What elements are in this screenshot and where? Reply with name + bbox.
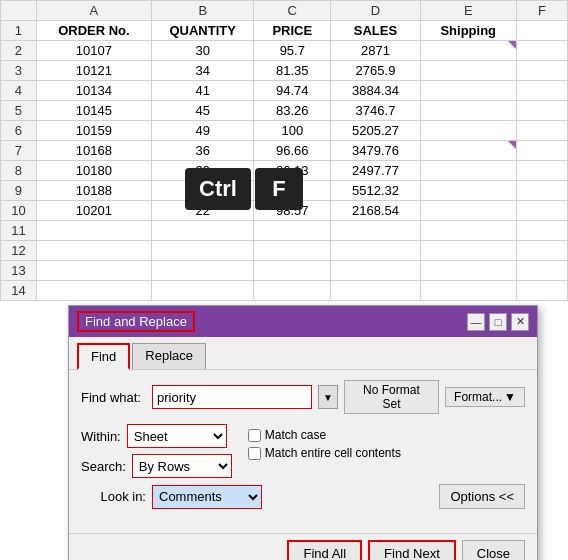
col-header-c[interactable]: C — [254, 1, 331, 21]
cell-d6[interactable]: 5205.27 — [331, 121, 421, 141]
cell-f3[interactable] — [516, 61, 567, 81]
col-header-e[interactable]: E — [420, 1, 516, 21]
col-header-d[interactable]: D — [331, 1, 421, 21]
find-all-button[interactable]: Find All — [287, 540, 362, 560]
find-input-dropdown[interactable]: ▼ — [318, 385, 338, 409]
maximize-button[interactable]: □ — [489, 313, 507, 331]
cell-b4[interactable]: 41 — [152, 81, 254, 101]
cell-e4[interactable] — [420, 81, 516, 101]
find-replace-dialog: Find and Replace — □ ✕ Find Replace Find… — [68, 305, 538, 560]
cell-e9[interactable] — [420, 181, 516, 201]
cell-c2[interactable]: 95.7 — [254, 41, 331, 61]
cell-a7[interactable]: 10168 — [36, 141, 151, 161]
row-header-12[interactable]: 12 — [1, 241, 37, 261]
cell-f7[interactable] — [516, 141, 567, 161]
row-header-5[interactable]: 5 — [1, 101, 37, 121]
cell-a14[interactable] — [36, 281, 151, 301]
find-what-input[interactable] — [152, 385, 312, 409]
cell-b5[interactable]: 45 — [152, 101, 254, 121]
cell-f4[interactable] — [516, 81, 567, 101]
cell-e5[interactable] — [420, 101, 516, 121]
row-header-8[interactable]: 8 — [1, 161, 37, 181]
cell-a8[interactable]: 10180 — [36, 161, 151, 181]
cell-f5[interactable] — [516, 101, 567, 121]
close-dialog-button[interactable]: ✕ — [511, 313, 529, 331]
cell-d10[interactable]: 2168.54 — [331, 201, 421, 221]
row-header-1[interactable]: 1 — [1, 21, 37, 41]
col-header-f[interactable]: F — [516, 1, 567, 21]
within-select[interactable]: Sheet Workbook — [127, 424, 227, 448]
cell-d9[interactable]: 5512.32 — [331, 181, 421, 201]
cell-e10[interactable] — [420, 201, 516, 221]
cell-c6[interactable]: 100 — [254, 121, 331, 141]
col-header-b[interactable]: B — [152, 1, 254, 21]
no-format-button[interactable]: No Format Set — [344, 380, 439, 414]
look-in-select[interactable]: Comments Values Formulas — [152, 485, 262, 509]
cell-a3[interactable]: 10121 — [36, 61, 151, 81]
cell-c7[interactable]: 96.66 — [254, 141, 331, 161]
cell-b1[interactable]: QUANTITY — [152, 21, 254, 41]
cell-a2[interactable]: 10107 — [36, 41, 151, 61]
row-header-7[interactable]: 7 — [1, 141, 37, 161]
row-header-2[interactable]: 2 — [1, 41, 37, 61]
cell-a9[interactable]: 10188 — [36, 181, 151, 201]
search-label: Search: — [81, 459, 126, 474]
cell-a1[interactable]: ORDER No. — [36, 21, 151, 41]
row-header-11[interactable]: 11 — [1, 221, 37, 241]
minimize-button[interactable]: — — [467, 313, 485, 331]
cell-c5[interactable]: 83.26 — [254, 101, 331, 121]
cell-b7[interactable]: 36 — [152, 141, 254, 161]
match-case-checkbox[interactable] — [248, 429, 261, 442]
match-entire-checkbox[interactable] — [248, 447, 261, 460]
cell-a12[interactable] — [36, 241, 151, 261]
row-header-6[interactable]: 6 — [1, 121, 37, 141]
row-header-13[interactable]: 13 — [1, 261, 37, 281]
close-button[interactable]: Close — [462, 540, 525, 560]
cell-e7[interactable] — [420, 141, 516, 161]
cell-a4[interactable]: 10134 — [36, 81, 151, 101]
row-header-3[interactable]: 3 — [1, 61, 37, 81]
cell-f8[interactable] — [516, 161, 567, 181]
cell-d7[interactable]: 3479.76 — [331, 141, 421, 161]
look-in-label: Look in: — [81, 489, 146, 504]
cell-d1[interactable]: SALES — [331, 21, 421, 41]
cell-e6[interactable] — [420, 121, 516, 141]
cell-b3[interactable]: 34 — [152, 61, 254, 81]
cell-e1[interactable]: Shipping — [420, 21, 516, 41]
cell-d5[interactable]: 3746.7 — [331, 101, 421, 121]
tab-replace[interactable]: Replace — [132, 343, 206, 369]
cell-f10[interactable] — [516, 201, 567, 221]
cell-f1[interactable] — [516, 21, 567, 41]
row-header-4[interactable]: 4 — [1, 81, 37, 101]
cell-e2[interactable] — [420, 41, 516, 61]
search-select[interactable]: By Rows By Columns — [132, 454, 232, 478]
cell-d2[interactable]: 2871 — [331, 41, 421, 61]
cell-a10[interactable]: 10201 — [36, 201, 151, 221]
col-header-a[interactable]: A — [36, 1, 151, 21]
cell-e8[interactable] — [420, 161, 516, 181]
cell-f2[interactable] — [516, 41, 567, 61]
cell-b2[interactable]: 30 — [152, 41, 254, 61]
cell-c3[interactable]: 81.35 — [254, 61, 331, 81]
cell-b6[interactable]: 49 — [152, 121, 254, 141]
cell-d3[interactable]: 2765.9 — [331, 61, 421, 81]
dialog-titlebar: Find and Replace — □ ✕ — [69, 306, 537, 337]
tab-find[interactable]: Find — [77, 343, 130, 370]
cell-a6[interactable]: 10159 — [36, 121, 151, 141]
row-header-14[interactable]: 14 — [1, 281, 37, 301]
cell-e3[interactable] — [420, 61, 516, 81]
cell-a5[interactable]: 10145 — [36, 101, 151, 121]
cell-c1[interactable]: PRICE — [254, 21, 331, 41]
find-next-button[interactable]: Find Next — [368, 540, 456, 560]
cell-f9[interactable] — [516, 181, 567, 201]
cell-a11[interactable] — [36, 221, 151, 241]
cell-a13[interactable] — [36, 261, 151, 281]
cell-f6[interactable] — [516, 121, 567, 141]
cell-d4[interactable]: 3884.34 — [331, 81, 421, 101]
row-header-9[interactable]: 9 — [1, 181, 37, 201]
cell-d8[interactable]: 2497.77 — [331, 161, 421, 181]
cell-c4[interactable]: 94.74 — [254, 81, 331, 101]
format-button[interactable]: Format... ▼ — [445, 387, 525, 407]
row-header-10[interactable]: 10 — [1, 201, 37, 221]
options-button[interactable]: Options << — [439, 484, 525, 509]
